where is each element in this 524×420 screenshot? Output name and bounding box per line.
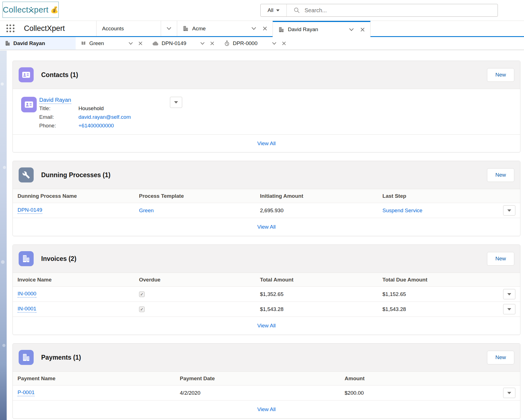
subtab-david-rayan-label: David Rayan [13,40,45,46]
invoice-name-link[interactable]: IN-0000 [18,291,36,298]
payments-card-footer: View All [13,401,520,418]
title-label: Title: [39,104,78,113]
dunning-view-all-link[interactable]: View All [257,224,276,230]
tab-david-rayan[interactable]: David Rayan [273,21,370,37]
subtab-green-close-button[interactable] [139,41,142,45]
invoices-table-header: Invoice Name Overdue Total Amount Total … [13,273,520,287]
contacts-view-all-link[interactable]: View All [257,140,276,147]
app-launcher-icon[interactable] [6,24,15,33]
tab-david-rayan-chevron-button[interactable] [349,28,354,31]
contact-phone-row: Phone: +61400000000 [39,121,170,130]
payment-amount-value: $200.00 [345,390,498,396]
column-header: Initiating Amount [260,193,382,199]
row-actions-button[interactable] [503,388,515,398]
subtab-green[interactable]: Green [76,37,147,50]
title-value: Household [78,104,104,113]
dunning-new-button[interactable]: New [487,168,514,182]
record-page-content: Contacts (1) New David Rayan T [0,51,524,420]
contacts-card-footer: View All [13,134,520,152]
close-icon [139,41,142,45]
column-header: Total Due Amount [382,277,498,283]
global-search: All [260,4,498,17]
tab-david-rayan-close-button[interactable] [360,28,365,32]
tab-acme[interactable]: Acme [177,21,273,36]
search-scope-label: All [268,7,273,13]
invoices-new-button[interactable]: New [487,252,514,266]
overdue-checkbox[interactable] [139,291,145,297]
search-scope-dropdown[interactable]: All [261,4,287,16]
tab-accounts[interactable]: Accounts [96,21,161,36]
subtab-dpr-close-button[interactable] [282,41,286,45]
subtab-dpn-0149-label: DPN-0149 [162,40,186,46]
subtab-dpr-0000[interactable]: DPR-0000 [219,37,291,50]
building-icon [278,27,284,33]
chevron-down-icon [272,42,276,45]
contact-name-link[interactable]: David Rayan [39,97,71,104]
email-label: Email: [39,113,78,121]
table-row: IN-0000 $1,352.65 $1,152.65 [13,287,520,302]
navigation-tab-bar: CollectXpert Accounts Acme David Rayan [0,21,524,37]
table-row: IN-0001 $1,543.28 $1,543.28 [13,302,520,317]
contact-title-row: Title: Household [39,104,170,113]
wrench-icon [19,167,34,182]
search-input[interactable] [300,4,498,16]
tab-accounts-label: Accounts [102,26,124,32]
subtab-david-rayan[interactable]: David Rayan [0,37,76,50]
row-actions-button[interactable] [503,289,515,299]
subtab-dpn-close-button[interactable] [210,41,214,45]
global-header: Collect pert 💰 All [0,0,524,21]
row-actions-button[interactable] [503,304,515,314]
column-header: Last Step [382,193,498,199]
contacts-related-list-card: Contacts (1) New David Rayan T [13,61,520,152]
column-header: Total Amount [260,277,382,283]
contacts-card-title: Contacts (1) [41,71,78,79]
contacts-icon [19,67,34,82]
subtab-dpr-chevron-button[interactable] [272,42,276,45]
column-header: Invoice Name [18,277,139,283]
total-due-amount-value: $1,543.28 [382,306,498,312]
contact-row-actions-button[interactable] [170,97,182,108]
email-link[interactable]: david.rayan@self.com [78,113,131,121]
subtab-dpn-chevron-button[interactable] [200,42,205,45]
row-actions-button[interactable] [503,205,515,216]
close-icon [263,26,267,31]
tab-acme-chevron-button[interactable] [251,27,256,30]
search-icon [293,7,300,14]
chevron-down-icon [251,27,256,30]
dropdown-arrow-icon [507,392,511,394]
dropdown-arrow-icon [507,293,511,295]
payment-date-value: 4/2/2020 [180,390,345,396]
book-icon [81,41,86,46]
app-block: CollectXpert [0,21,96,36]
dropdown-arrow-icon [507,308,511,310]
subtab-green-chevron-button[interactable] [128,42,133,45]
chevron-down-icon [349,28,354,31]
invoice-name-link[interactable]: IN-0001 [18,306,36,313]
payments-new-button[interactable]: New [487,351,514,364]
invoices-view-all-link[interactable]: View All [257,323,276,329]
tab-accounts-menu-button[interactable] [161,21,177,36]
phone-link[interactable]: +61400000000 [78,121,114,130]
column-header: Process Template [139,193,260,199]
total-due-amount-value: $1,152.65 [382,291,498,297]
column-header: Dunning Process Name [18,193,139,199]
dunning-process-name-link[interactable]: DPN-0149 [18,207,42,214]
dunning-table-header: Dunning Process Name Process Template In… [13,189,520,203]
close-icon [360,28,365,32]
column-header: Overdue [139,277,260,283]
chevron-down-icon [128,42,133,45]
subtab-dpn-0149[interactable]: DPN-0149 [147,37,219,50]
process-template-link[interactable]: Green [139,207,260,214]
invoices-building-icon [19,251,34,266]
last-step-link[interactable]: Suspend Service [382,207,498,214]
payments-card-title: Payments (1) [41,354,81,361]
payment-name-link[interactable]: P-0001 [18,389,34,396]
payments-card-header: Payments (1) New [13,344,520,372]
payments-view-all-link[interactable]: View All [257,406,276,412]
payments-related-list-card: Payments (1) New Payment Name Payment Da… [13,343,520,419]
subtab-bar: David Rayan Green DPN-0149 [0,37,524,50]
overdue-checkbox[interactable] [139,307,145,312]
tab-acme-close-button[interactable] [263,26,267,31]
scope-caret-icon [276,9,280,11]
contacts-new-button[interactable]: New [487,68,514,82]
